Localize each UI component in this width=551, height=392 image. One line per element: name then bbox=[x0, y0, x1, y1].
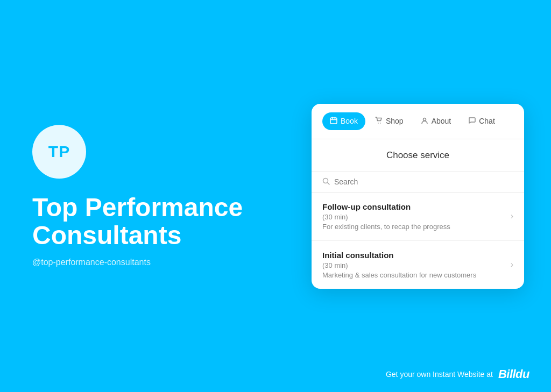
service-desc-followup: For existing clients, to recap the progr… bbox=[322, 223, 505, 231]
nav-tabs: Book Shop About bbox=[312, 104, 524, 139]
search-bar bbox=[312, 172, 524, 193]
svg-point-4 bbox=[378, 123, 379, 124]
book-icon bbox=[330, 117, 337, 126]
service-item-followup[interactable]: Follow-up consultation (30 min) For exis… bbox=[312, 193, 524, 241]
left-section: TP Top Performance Consultants @top-perf… bbox=[32, 125, 280, 268]
section-heading: Choose service bbox=[312, 139, 524, 172]
chevron-right-icon-initial: › bbox=[511, 260, 513, 269]
tab-book[interactable]: Book bbox=[322, 112, 365, 130]
svg-rect-0 bbox=[330, 118, 337, 124]
svg-point-5 bbox=[380, 123, 381, 124]
tab-book-label: Book bbox=[341, 117, 358, 125]
chat-icon bbox=[468, 117, 476, 126]
avatar: TP bbox=[32, 125, 86, 179]
company-handle: @top-performance-consultants bbox=[32, 258, 280, 267]
service-info-initial: Initial consultation (30 min) Marketing … bbox=[322, 251, 505, 279]
service-desc-initial: Marketing & sales consultation for new c… bbox=[322, 271, 505, 279]
service-duration-followup: (30 min) bbox=[322, 213, 505, 221]
service-name-initial: Initial consultation bbox=[322, 251, 505, 260]
service-item-initial[interactable]: Initial consultation (30 min) Marketing … bbox=[312, 241, 524, 289]
search-icon bbox=[322, 177, 330, 187]
billdu-logo: Billdu bbox=[498, 367, 529, 381]
tab-chat-label: Chat bbox=[479, 117, 495, 125]
service-name-followup: Follow-up consultation bbox=[322, 202, 505, 211]
footer: Get your own Instant Website at Billdu bbox=[386, 367, 529, 381]
search-input[interactable] bbox=[334, 177, 513, 186]
service-duration-initial: (30 min) bbox=[322, 261, 505, 269]
svg-line-8 bbox=[328, 182, 330, 184]
booking-card: Book Shop About bbox=[312, 104, 524, 289]
svg-point-6 bbox=[423, 118, 426, 120]
tab-shop-label: Shop bbox=[386, 117, 404, 125]
tab-about-label: About bbox=[432, 117, 451, 125]
tab-about[interactable]: About bbox=[413, 112, 459, 130]
service-info-followup: Follow-up consultation (30 min) For exis… bbox=[322, 202, 505, 231]
chevron-right-icon-followup: › bbox=[511, 211, 513, 221]
company-name: Top Performance Consultants bbox=[32, 194, 280, 251]
tab-shop[interactable]: Shop bbox=[368, 112, 411, 130]
tab-chat[interactable]: Chat bbox=[461, 112, 503, 130]
footer-cta: Get your own Instant Website at bbox=[386, 370, 493, 379]
avatar-initials: TP bbox=[48, 142, 70, 161]
about-icon bbox=[421, 117, 428, 126]
shop-icon bbox=[375, 117, 383, 126]
